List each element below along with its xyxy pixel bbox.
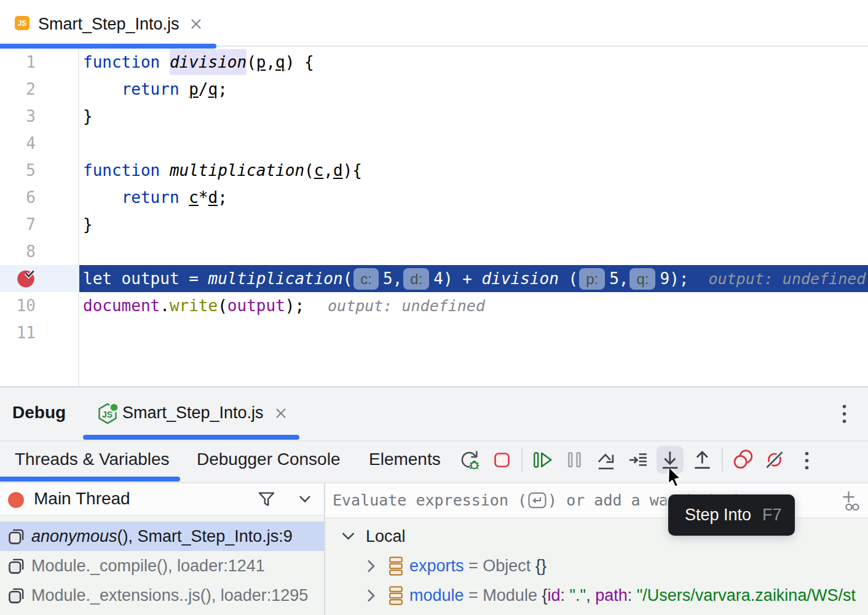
code-token: let output = bbox=[83, 269, 208, 288]
variable-name[interactable]: exports bbox=[409, 557, 464, 576]
stack-frame-icon bbox=[9, 528, 25, 544]
editor-tab-label[interactable]: Smart_Step_Into.js bbox=[38, 0, 180, 44]
variable-value-token: "." bbox=[569, 586, 586, 605]
variable-row-exports[interactable]: exports = Object {} bbox=[325, 551, 868, 581]
code-token: 9); bbox=[660, 269, 688, 288]
code-token bbox=[180, 80, 189, 98]
code-token: , bbox=[266, 53, 275, 71]
frame-location: (), Smart_Step_Into.js:9 bbox=[117, 527, 293, 546]
code-token: * bbox=[199, 188, 208, 207]
session-tab-underline bbox=[83, 435, 299, 440]
force-step-into-icon[interactable] bbox=[629, 453, 647, 467]
rerun-debug-icon[interactable] bbox=[461, 450, 481, 470]
gutter-line-number[interactable]: 2 bbox=[0, 76, 79, 103]
variable-value-token: : bbox=[628, 586, 637, 605]
code-line-1[interactable]: 1function division(p,q) { bbox=[0, 49, 868, 76]
chevron-right-icon[interactable] bbox=[367, 589, 376, 603]
stack-frame-row[interactable]: Module._compile(), loader:1241 bbox=[0, 551, 324, 581]
code-line-8[interactable]: 8 bbox=[0, 238, 868, 265]
step-over-icon[interactable] bbox=[598, 452, 615, 470]
stop-icon[interactable] bbox=[494, 452, 510, 468]
code-line-9[interactable]: let output = multiplication(c:5,d:4) + d… bbox=[0, 265, 868, 292]
debug-more-icon[interactable] bbox=[842, 405, 848, 427]
code-line-10[interactable]: 10document.write(output);output: undefin… bbox=[0, 292, 868, 319]
code-line-4[interactable]: 4 bbox=[0, 130, 868, 157]
gutter-line-number[interactable]: 4 bbox=[0, 130, 79, 157]
tab-debugger-console[interactable]: Debugger Console bbox=[197, 450, 341, 469]
code-token: . bbox=[160, 296, 170, 315]
code-line-3[interactable]: 3} bbox=[0, 103, 868, 130]
toolbar-more-icon[interactable] bbox=[804, 451, 810, 470]
stack-frame-row[interactable]: anonymous(), Smart_Step_Into.js:9 bbox=[0, 522, 324, 551]
close-tab-icon[interactable] bbox=[185, 13, 207, 35]
code-token: ( bbox=[304, 161, 314, 180]
gutter-line-number[interactable]: 1 bbox=[0, 49, 79, 76]
gutter-line-number[interactable]: 7 bbox=[0, 211, 79, 238]
chevron-down-icon[interactable] bbox=[341, 532, 355, 541]
code-token: p bbox=[256, 53, 266, 71]
stack-frame-icon bbox=[9, 587, 25, 603]
code-token: multiplication bbox=[170, 161, 304, 180]
mute-breakpoints-icon[interactable] bbox=[765, 450, 784, 469]
step-into-icon[interactable] bbox=[662, 450, 679, 470]
tab-threads-variables[interactable]: Threads & Variables bbox=[15, 450, 170, 469]
code-token: multiplication bbox=[208, 269, 343, 288]
code-token bbox=[160, 53, 170, 71]
code-line-5[interactable]: 5function multiplication(c,d){ bbox=[0, 157, 868, 184]
code-token: } bbox=[83, 215, 93, 234]
code-line-6[interactable]: 6 return c*d; bbox=[0, 184, 868, 211]
gutter-line-number[interactable]: 3 bbox=[0, 103, 79, 130]
code-token: function bbox=[83, 53, 160, 71]
code-token: , bbox=[323, 161, 333, 180]
parameter-hint-badge: q: bbox=[629, 268, 655, 290]
code-token: document bbox=[83, 296, 160, 315]
thread-selector[interactable]: Main Thread bbox=[0, 483, 324, 516]
gutter-line-number[interactable]: 6 bbox=[0, 184, 79, 211]
code-text bbox=[79, 319, 868, 346]
gutter-line-number[interactable]: 5 bbox=[0, 157, 79, 184]
code-token: ( bbox=[343, 269, 353, 288]
gutter-line-number[interactable]: 8 bbox=[0, 238, 79, 265]
variable-name[interactable]: module bbox=[409, 586, 464, 605]
code-token: q bbox=[275, 53, 285, 71]
code-token: return bbox=[122, 80, 180, 98]
gutter-line-number[interactable]: 10 bbox=[0, 292, 79, 319]
parameter-hint-badge: d: bbox=[403, 268, 429, 290]
code-token: ){ bbox=[343, 161, 362, 180]
ide-window: JS Smart_Step_Into.js 1function division… bbox=[0, 0, 868, 615]
breakpoint-icon[interactable] bbox=[17, 269, 36, 288]
code-editor[interactable]: 1function division(p,q) {2 return p/q;3}… bbox=[0, 49, 868, 386]
code-token bbox=[83, 188, 122, 207]
code-text: document.write(output);output: undefined bbox=[79, 292, 868, 319]
stack-frame-row[interactable]: Module._extensions..js(), loader:1295 bbox=[0, 581, 324, 610]
code-text bbox=[79, 238, 868, 265]
variable-row-module[interactable]: module = Module {id: ".", path: "/Users/… bbox=[325, 581, 868, 610]
chevron-down-icon[interactable] bbox=[299, 495, 311, 503]
parameter-hint-badge: c: bbox=[353, 268, 379, 290]
selected-tab-underline bbox=[0, 477, 180, 482]
pause-icon[interactable] bbox=[568, 452, 581, 468]
thread-status-icon bbox=[8, 492, 24, 508]
group-label: Local bbox=[366, 527, 406, 546]
code-line-2[interactable]: 2 return p/q; bbox=[0, 76, 868, 103]
code-text: } bbox=[79, 103, 868, 130]
code-token: ; bbox=[218, 80, 227, 98]
close-session-icon[interactable] bbox=[275, 407, 287, 422]
debug-session-tab-label[interactable]: Smart_Step_Into.js bbox=[122, 403, 264, 423]
code-line-11[interactable]: 11 bbox=[0, 319, 868, 346]
chevron-right-icon[interactable] bbox=[367, 559, 376, 573]
tab-elements[interactable]: Elements bbox=[369, 450, 441, 469]
code-line-7[interactable]: 7} bbox=[0, 211, 868, 238]
step-out-icon[interactable] bbox=[694, 450, 711, 470]
resume-icon[interactable] bbox=[533, 452, 552, 468]
code-token: ( bbox=[218, 296, 227, 315]
gutter-line-number[interactable]: 11 bbox=[0, 319, 79, 346]
add-watch-icon[interactable] bbox=[836, 490, 859, 511]
code-token: function bbox=[83, 161, 160, 180]
variable-value-token: Module bbox=[483, 586, 542, 605]
gutter-breakpoint[interactable] bbox=[0, 265, 79, 292]
filter-icon[interactable] bbox=[258, 491, 275, 508]
tooltip-shortcut: F7 bbox=[762, 506, 782, 525]
code-token: 5, bbox=[383, 269, 402, 288]
view-breakpoints-icon[interactable] bbox=[733, 449, 753, 469]
